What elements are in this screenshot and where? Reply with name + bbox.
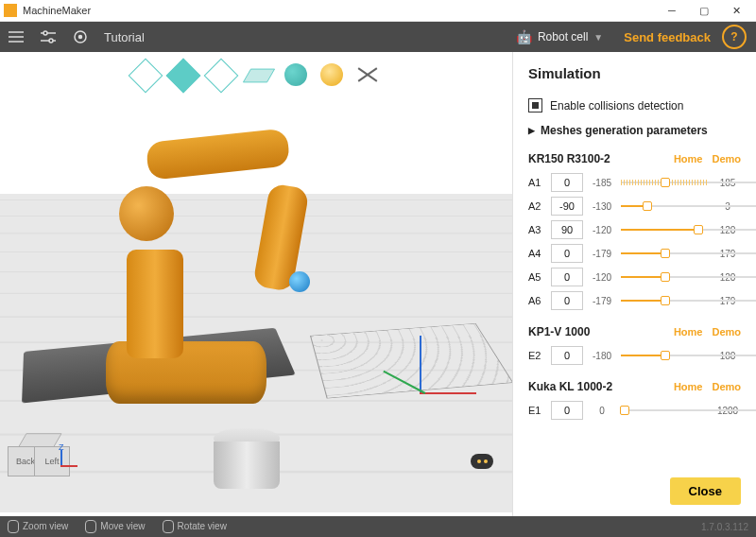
axis-min: 0 — [589, 406, 615, 416]
demo-link[interactable]: Demo — [712, 153, 741, 165]
axis-row: A40-179179 — [528, 244, 741, 263]
axis-group: KP1-V 1000HomeDemoE20-180180 — [528, 325, 741, 365]
axis-label: A3 — [528, 224, 545, 235]
axis-slider[interactable] — [621, 350, 709, 361]
axis-slider[interactable] — [621, 405, 709, 416]
view-shaded-icon[interactable] — [284, 63, 307, 86]
close-window-button[interactable]: ✕ — [720, 0, 752, 21]
view-cross-icon[interactable] — [356, 63, 379, 86]
topbar: Tutorial 🤖 Robot cell ▼ Send feedback ? — [0, 22, 756, 52]
demo-link[interactable]: Demo — [712, 326, 741, 338]
meshes-expander[interactable]: ▶ Meshes generation parameters — [528, 124, 741, 137]
axis-value-input[interactable]: 0 — [551, 401, 583, 420]
minimize-button[interactable]: ─ — [656, 0, 688, 21]
axis-value-input[interactable]: 0 — [551, 244, 583, 263]
view-toolbar — [133, 63, 379, 88]
axis-label: A1 — [528, 177, 545, 188]
section-title: Tutorial — [104, 30, 145, 44]
version-label: 1.7.0.3.112 — [701, 522, 748, 532]
axis-min: -120 — [589, 272, 615, 283]
axis-row: A60-179179 — [528, 291, 741, 310]
svg-point-0 — [43, 31, 47, 35]
axis-min: -120 — [589, 225, 615, 235]
positioner[interactable] — [214, 428, 280, 489]
axis-min: -130 — [589, 201, 615, 212]
axis-value-input[interactable]: 0 — [551, 346, 583, 365]
world-axis-gizmo — [378, 336, 463, 421]
main-body: Back Left Z Simulation Simulation Enable… — [0, 52, 756, 516]
maximize-button[interactable]: ▢ — [688, 0, 720, 21]
3d-viewport[interactable]: Back Left Z — [0, 52, 512, 516]
view-iso-fill-icon[interactable] — [166, 59, 201, 94]
app-title: MachineMaker — [23, 5, 656, 16]
view-wire-icon[interactable] — [204, 59, 239, 94]
group-name: KR150 R3100-2 — [528, 152, 664, 165]
svg-point-3 — [79, 36, 82, 39]
mouse-icon — [163, 520, 174, 533]
axis-value-input[interactable]: 90 — [551, 220, 583, 239]
home-link[interactable]: Home — [674, 381, 703, 392]
meshes-label: Meshes generation parameters — [541, 124, 708, 137]
axis-value-input[interactable]: 0 — [551, 268, 583, 286]
home-link[interactable]: Home — [674, 153, 703, 165]
cell-selector-label: Robot cell — [538, 30, 588, 43]
collisions-label: Enable collisions detection — [550, 99, 683, 113]
axis-row: E1001200 — [528, 401, 741, 420]
checkbox-icon[interactable] — [528, 98, 542, 113]
view-light-icon[interactable] — [320, 63, 343, 86]
hamburger-icon[interactable] — [0, 22, 32, 52]
zoom-hint: Zoom view — [8, 520, 68, 533]
home-link[interactable]: Home — [674, 326, 703, 338]
axis-slider[interactable] — [621, 224, 709, 235]
send-feedback-link[interactable]: Send feedback — [612, 30, 722, 44]
axis-value-input[interactable]: 0 — [551, 291, 583, 310]
axis-row: A50-120120 — [528, 268, 741, 286]
help-button[interactable]: ? — [722, 25, 747, 49]
mouse-icon — [8, 520, 19, 533]
axis-mini-icon: Z — [59, 446, 81, 469]
axis-label: A2 — [528, 200, 545, 212]
view-plane-icon[interactable] — [243, 69, 275, 82]
app-window: MachineMaker ─ ▢ ✕ Tutorial 🤖 Robot cell… — [0, 0, 756, 537]
view-widget-icon[interactable] — [471, 454, 493, 469]
axis-row: E20-180180 — [528, 346, 741, 365]
axis-value-input[interactable]: -90 — [551, 197, 583, 216]
panel-title: Simulation — [528, 65, 741, 81]
move-hint: Move view — [85, 520, 145, 533]
axis-slider[interactable] — [621, 248, 709, 259]
app-logo-icon — [4, 4, 17, 17]
axis-min: -179 — [589, 296, 615, 306]
mouse-icon — [85, 520, 96, 533]
chevron-down-icon: ▼ — [593, 32, 603, 43]
axis-slider[interactable] — [621, 295, 709, 306]
target-icon[interactable] — [64, 22, 96, 52]
titlebar: MachineMaker ─ ▢ ✕ — [0, 0, 756, 22]
axis-label: A5 — [528, 271, 545, 283]
axis-group: Kuka KL 1000-2HomeDemoE1001200 — [528, 380, 741, 420]
collisions-checkbox-row[interactable]: Enable collisions detection — [528, 98, 741, 113]
demo-link[interactable]: Demo — [712, 381, 741, 392]
close-panel-button[interactable]: Close — [670, 477, 741, 505]
view-iso-icon[interactable] — [129, 59, 163, 94]
axis-groups: KR150 R3100-2HomeDemoA10-185185A2-90-130… — [528, 152, 741, 435]
sliders-icon[interactable] — [32, 22, 64, 52]
axis-label: E2 — [528, 350, 545, 361]
axis-label: A4 — [528, 248, 545, 259]
axis-slider[interactable] — [621, 200, 709, 212]
axis-group: KR150 R3100-2HomeDemoA10-185185A2-90-130… — [528, 152, 741, 310]
view-cube[interactable]: Back Left — [8, 427, 62, 475]
robot-icon: 🤖 — [516, 29, 532, 44]
axis-label: E1 — [528, 405, 545, 416]
axis-label: A6 — [528, 295, 545, 306]
simulation-panel: Simulation Simulation Enable collisions … — [512, 52, 756, 516]
axis-value-input[interactable]: 0 — [551, 173, 583, 192]
axis-row: A10-185185 — [528, 173, 741, 192]
axis-row: A390-120120 — [528, 220, 741, 239]
axis-slider[interactable] — [621, 177, 709, 188]
robot-model[interactable] — [91, 130, 308, 413]
axis-min: -185 — [589, 178, 615, 188]
axis-slider[interactable] — [621, 271, 709, 283]
triangle-right-icon: ▶ — [528, 126, 535, 135]
axis-min: -180 — [589, 351, 615, 361]
cell-selector[interactable]: 🤖 Robot cell ▼ — [507, 22, 612, 52]
